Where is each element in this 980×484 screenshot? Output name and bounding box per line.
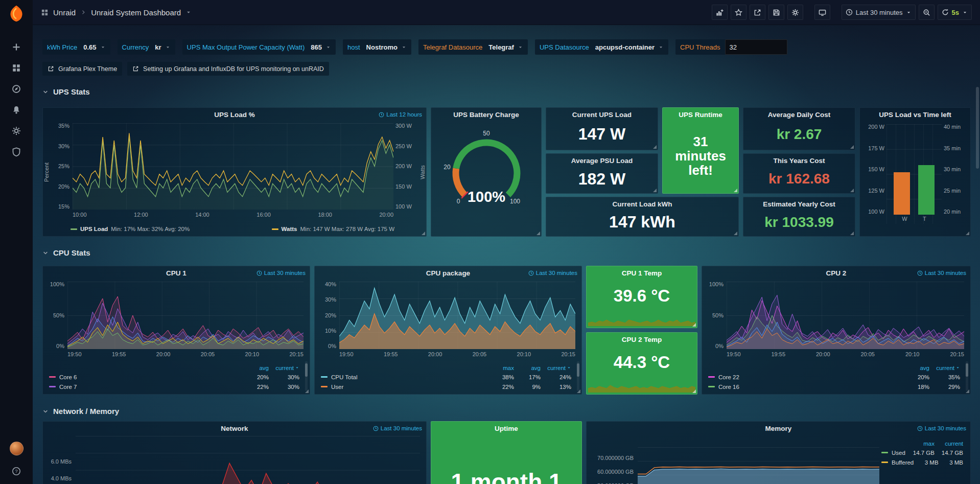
save-dashboard-button[interactable] xyxy=(768,5,784,20)
legend-series[interactable]: Core 6 xyxy=(49,374,242,380)
panel-title[interactable]: CPU package xyxy=(426,269,470,277)
legend: avg current Core 22 20% 35% Core 16 18% … xyxy=(708,363,960,391)
link-ups-monitoring-guide[interactable]: Setting up Grafana and InfluxDB for UPS … xyxy=(127,62,329,76)
ups-bar-chart[interactable]: WT xyxy=(886,124,942,224)
network-chart[interactable] xyxy=(76,436,420,484)
panel-title[interactable]: CPU 1 xyxy=(166,269,186,277)
panel-time-override[interactable]: Last 30 minutes xyxy=(373,422,422,435)
clock-icon xyxy=(917,270,923,276)
zoom-out-time-button[interactable] xyxy=(919,5,935,20)
variable-ups-datasource[interactable]: UPS Datasource apcupsd-container xyxy=(535,39,668,55)
row-header-cpu-stats[interactable]: CPU Stats xyxy=(42,248,90,257)
legend-series[interactable]: Core 22 xyxy=(708,374,903,380)
legend-value: 22% xyxy=(242,384,269,390)
panel-title[interactable]: UPS Load % xyxy=(214,111,255,119)
x-tick: 20:15 xyxy=(561,351,575,358)
stat-title[interactable]: Current Load kWh xyxy=(546,200,738,208)
stat-title[interactable]: CPU 1 Temp xyxy=(587,269,697,277)
panel-time-override[interactable]: Last 30 minutes xyxy=(917,422,966,435)
legend-series[interactable]: Core 7 xyxy=(49,384,242,390)
legend-series[interactable]: Buffered xyxy=(881,459,914,466)
legend-series[interactable]: Used xyxy=(881,450,906,456)
legend-scrollbar[interactable] xyxy=(577,361,579,391)
row-header-network-memory[interactable]: Network / Memory xyxy=(42,407,119,416)
cpu2-chart[interactable] xyxy=(727,282,964,349)
cycle-view-mode-button[interactable] xyxy=(814,5,830,20)
time-range-picker[interactable]: Last 30 minutes xyxy=(842,5,916,20)
legend-series[interactable]: CPU Total xyxy=(321,374,487,380)
stat-value: 182 W xyxy=(546,165,658,193)
stat-title[interactable]: UPS Runtime xyxy=(663,111,738,119)
panel-time-override[interactable]: Last 30 minutes xyxy=(528,266,577,280)
x-tick: 20:10 xyxy=(905,351,920,358)
dashboard-settings-button[interactable] xyxy=(787,5,803,20)
stat-title[interactable]: Current UPS Load xyxy=(546,111,658,119)
battery-gauge[interactable]: 0 20 50 100 100% xyxy=(435,126,538,213)
legend-col-avg[interactable]: avg xyxy=(242,365,269,371)
breadcrumb-folder[interactable]: Unraid xyxy=(53,8,76,17)
variable-currency[interactable]: Currency kr xyxy=(118,39,175,55)
stat-title[interactable]: CPU 2 Temp xyxy=(587,336,697,343)
cpu1-chart[interactable] xyxy=(67,282,304,349)
variable-kwh-price[interactable]: kWh Price 0.65 xyxy=(42,39,110,55)
series-swatch xyxy=(708,386,715,387)
panel-title[interactable]: UPS Battery Charge xyxy=(453,111,519,119)
page-scrollbar[interactable] xyxy=(976,87,979,169)
stat-title[interactable]: Average PSU Load xyxy=(546,157,658,165)
panel-time-override[interactable]: Last 30 minutes xyxy=(917,266,966,280)
configuration-gear-icon[interactable] xyxy=(12,126,21,135)
ups-load-chart[interactable] xyxy=(73,123,393,210)
x-tick: 20:10 xyxy=(517,351,531,358)
legend-col-avg[interactable]: avg xyxy=(903,365,929,371)
mark-favorite-button[interactable] xyxy=(731,5,746,20)
explore-compass-icon[interactable] xyxy=(12,84,21,94)
user-avatar[interactable] xyxy=(10,442,24,455)
create-icon[interactable] xyxy=(12,42,21,52)
panel-title[interactable]: Memory xyxy=(765,425,792,432)
stat-title[interactable]: Estimated Yearly Cost xyxy=(743,200,855,208)
cpu-threads-input[interactable] xyxy=(725,39,787,55)
variable-host[interactable]: host Nostromo xyxy=(343,39,411,55)
variable-ups-max-power[interactable]: UPS Max Output Power Capacity (Watt) 865 xyxy=(182,39,336,55)
legend-series[interactable]: User xyxy=(321,384,487,390)
help-icon[interactable]: ? xyxy=(12,467,21,476)
panel-time-override[interactable]: Last 30 minutes xyxy=(256,266,306,280)
server-admin-shield-icon[interactable] xyxy=(12,147,21,156)
row-header-ups-stats[interactable]: UPS Stats xyxy=(42,87,90,96)
dashboards-icon[interactable] xyxy=(12,63,21,73)
refresh-picker[interactable]: 5s xyxy=(938,5,972,20)
panel-title[interactable]: UPS Load vs Time left xyxy=(879,111,951,119)
legend-col-current[interactable]: current xyxy=(269,365,299,371)
share-dashboard-button[interactable] xyxy=(750,5,765,20)
grafana-logo-icon[interactable] xyxy=(8,5,25,22)
add-panel-button[interactable] xyxy=(712,5,728,20)
stat-title[interactable]: Average Daily Cost xyxy=(743,111,855,119)
link-grafana-plex-theme[interactable]: Grafana Plex Theme xyxy=(42,62,122,76)
dashboard-grid-icon[interactable] xyxy=(41,9,49,16)
y-axis-left: 40% 30% 20% 10% 0% xyxy=(320,282,336,349)
legend-series[interactable]: Core 16 xyxy=(708,384,903,390)
stat-title[interactable]: This Years Cost xyxy=(743,157,855,165)
breadcrumb-dashboard[interactable]: Unraid System Dashboard xyxy=(91,8,181,17)
legend-col-current[interactable]: current xyxy=(541,365,571,371)
legend-col-avg[interactable]: avg xyxy=(514,365,541,371)
panel-title[interactable]: Network xyxy=(221,425,248,432)
legend-series-ups-load[interactable]: UPS Load Min: 17% Max: 32% Avg: 20% xyxy=(71,226,190,232)
panel-title[interactable]: CPU 2 xyxy=(826,269,847,277)
legend-col-max[interactable]: max xyxy=(906,441,935,447)
memory-chart[interactable] xyxy=(638,447,879,484)
x-axis: 19:50 19:55 20:00 20:05 20:10 20:15 xyxy=(727,351,964,358)
stat-title[interactable]: Uptime xyxy=(431,425,581,432)
legend-col-current[interactable]: current xyxy=(935,441,963,447)
panel-time-override[interactable]: Last 12 hours xyxy=(379,108,422,121)
alerting-bell-icon[interactable] xyxy=(12,105,21,114)
cpu-package-chart[interactable] xyxy=(339,282,575,349)
series-swatch xyxy=(272,228,278,230)
variable-telegraf-datasource[interactable]: Telegraf Datasource Telegraf xyxy=(418,39,528,55)
legend-scrollbar[interactable] xyxy=(966,361,968,391)
legend-series-watts[interactable]: Watts Min: 147 W Max: 278 W Avg: 175 W xyxy=(272,226,394,232)
legend-col-current[interactable]: current xyxy=(929,365,960,371)
legend-scrollbar[interactable] xyxy=(305,361,308,391)
caret-down-icon[interactable] xyxy=(185,9,192,15)
legend-col-max[interactable]: max xyxy=(487,365,514,371)
